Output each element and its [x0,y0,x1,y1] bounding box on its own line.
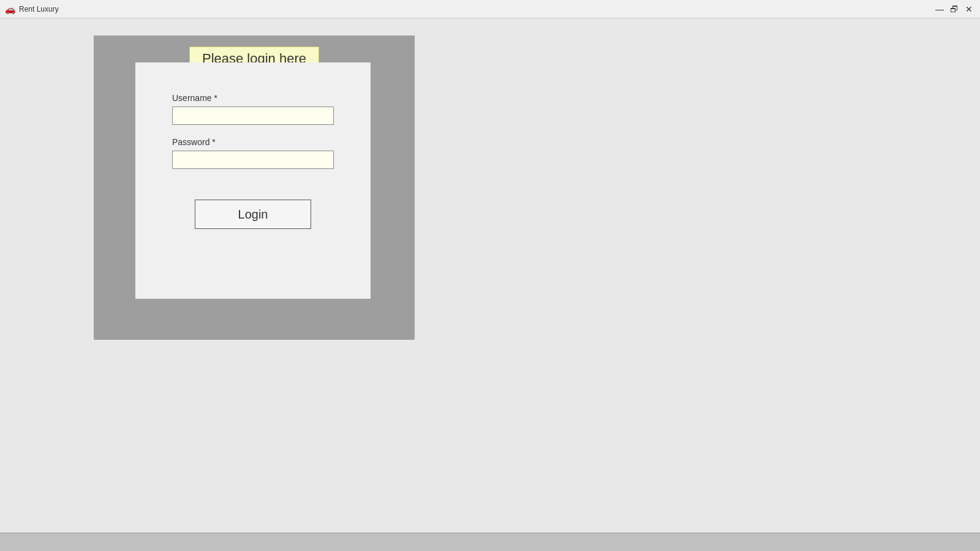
password-label: Password * [172,137,334,147]
login-button[interactable]: Login [195,200,311,229]
outer-panel: Please login here Username * Password * … [94,36,415,340]
username-group: Username * [172,93,334,125]
window-controls: — 🗗 ✕ [933,3,975,15]
login-button-wrap: Login [172,200,334,229]
title-bar: 🚗 Rent Luxury — 🗗 ✕ [0,0,980,18]
main-content: Please login here Username * Password * … [0,18,980,551]
maximize-button[interactable]: 🗗 [948,3,960,15]
taskbar [0,533,980,551]
login-form: Username * Password * Login [135,62,371,253]
title-bar-left: 🚗 Rent Luxury [5,4,59,14]
minimize-button[interactable]: — [933,3,946,15]
close-button[interactable]: ✕ [963,3,975,15]
username-input[interactable] [172,107,334,125]
app-icon: 🚗 [5,4,15,14]
password-input[interactable] [172,151,334,169]
password-group: Password * [172,137,334,169]
app-title: Rent Luxury [19,5,59,13]
login-card: Username * Password * Login [135,62,371,299]
username-label: Username * [172,93,334,103]
